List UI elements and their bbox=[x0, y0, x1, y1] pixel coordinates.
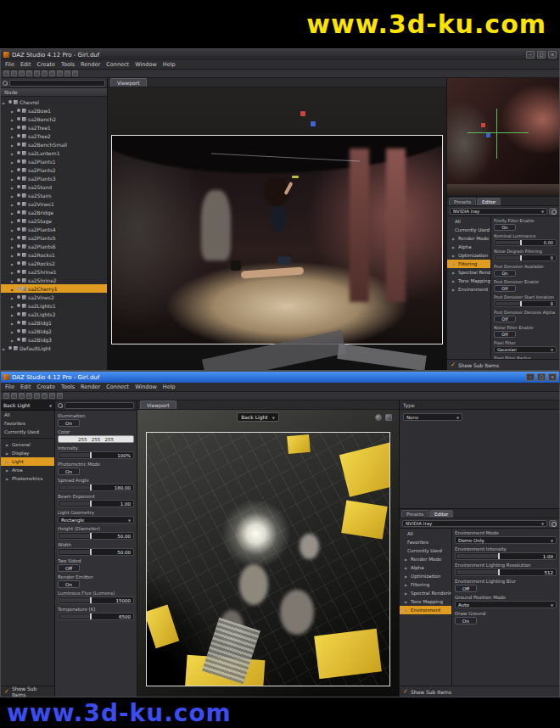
scene-filter-input[interactable] bbox=[9, 80, 105, 87]
selected-node-header[interactable]: Back Light bbox=[1, 400, 54, 411]
scene-tree-row[interactable]: sa2Tree2 bbox=[1, 132, 107, 140]
settings-group-row[interactable]: Optimization bbox=[447, 251, 490, 260]
toolbar-icon[interactable] bbox=[34, 70, 40, 76]
parameter-control[interactable]: 100% bbox=[58, 451, 134, 459]
parameter-control[interactable]: Off bbox=[455, 585, 477, 592]
settings-group-row[interactable]: Filtering bbox=[447, 260, 490, 268]
parameter-control[interactable]: 1.00 bbox=[455, 552, 557, 560]
visibility-eye-icon[interactable] bbox=[8, 100, 12, 104]
settings-tab[interactable]: Editor bbox=[477, 198, 501, 205]
visibility-eye-icon[interactable] bbox=[17, 270, 20, 273]
settings-group-row[interactable]: Environment bbox=[447, 285, 490, 294]
expand-caret-icon[interactable] bbox=[11, 235, 15, 241]
maximize-icon[interactable] bbox=[537, 51, 546, 59]
menu-item[interactable]: Connect bbox=[106, 384, 129, 390]
visibility-eye-icon[interactable] bbox=[17, 193, 20, 197]
expand-caret-icon[interactable] bbox=[11, 142, 15, 148]
toolbar-icon[interactable] bbox=[49, 70, 55, 76]
gear-icon[interactable] bbox=[549, 520, 557, 527]
parameter-control[interactable]: 180.00 bbox=[58, 484, 134, 491]
minimize-icon[interactable] bbox=[526, 373, 535, 381]
expand-caret-icon[interactable] bbox=[11, 303, 15, 309]
scene-tree-row[interactable]: sa2BenchSmall bbox=[1, 140, 107, 148]
parameter-control[interactable]: On bbox=[494, 224, 516, 231]
scene-tree-row[interactable]: sa2Bldg3 bbox=[1, 335, 107, 344]
scene-tree-row[interactable]: sa2Plants4 bbox=[1, 225, 107, 233]
filter-item[interactable]: Favorites bbox=[1, 419, 54, 428]
toolbar-icon[interactable] bbox=[3, 70, 9, 76]
parameter-control[interactable]: 50.00 bbox=[58, 532, 134, 540]
settings-group-row[interactable]: All bbox=[447, 217, 490, 226]
menu-item[interactable]: Help bbox=[163, 384, 176, 390]
scene-tree-row[interactable]: sa2Plants3 bbox=[1, 174, 107, 182]
viewport-canvas[interactable] bbox=[108, 87, 446, 370]
settings-group-row[interactable]: Alpha bbox=[447, 243, 490, 251]
parameter-control[interactable]: On bbox=[455, 617, 477, 624]
scene-tree-row[interactable]: sa2Plants1 bbox=[1, 157, 107, 165]
expand-caret-icon[interactable] bbox=[11, 210, 15, 216]
expand-caret-icon[interactable] bbox=[11, 337, 15, 343]
visibility-eye-icon[interactable] bbox=[17, 160, 20, 163]
settings-tab[interactable]: Presets bbox=[449, 198, 476, 205]
settings-group-row[interactable]: Environment bbox=[400, 606, 451, 614]
expand-caret-icon[interactable] bbox=[11, 150, 15, 156]
toolbar-icon[interactable] bbox=[42, 70, 48, 76]
menu-item[interactable]: Connect bbox=[106, 61, 129, 68]
close-icon[interactable] bbox=[548, 373, 557, 381]
menu-item[interactable]: Edit bbox=[20, 384, 31, 390]
toolbar-icon[interactable] bbox=[26, 393, 32, 399]
expand-caret-icon[interactable] bbox=[11, 218, 15, 224]
scene-tree-row[interactable]: sa2Bridge bbox=[1, 208, 107, 216]
scene-tree-row[interactable]: sa2Rocks2 bbox=[1, 259, 107, 267]
property-group-row[interactable]: General bbox=[1, 440, 54, 449]
visibility-eye-icon[interactable] bbox=[17, 134, 20, 137]
visibility-eye-icon[interactable] bbox=[17, 227, 20, 231]
parameter-control[interactable]: 512 bbox=[455, 568, 557, 576]
gear-icon[interactable] bbox=[549, 208, 557, 215]
scene-tree-row[interactable]: sa2Stage bbox=[1, 216, 107, 225]
aux-viewport[interactable] bbox=[447, 78, 559, 197]
settings-group-row[interactable]: Currently Used bbox=[447, 226, 490, 234]
visibility-eye-icon[interactable] bbox=[17, 151, 20, 154]
viewport-tab[interactable]: Viewport bbox=[110, 78, 147, 87]
menu-item[interactable]: File bbox=[5, 61, 14, 68]
expand-caret-icon[interactable] bbox=[11, 286, 15, 292]
expand-caret-icon[interactable] bbox=[11, 201, 15, 207]
property-group-row[interactable]: Area bbox=[1, 466, 54, 474]
camera-selector[interactable]: Back Light bbox=[237, 412, 279, 422]
visibility-eye-icon[interactable] bbox=[17, 219, 20, 222]
type-dropdown[interactable]: None bbox=[403, 413, 462, 421]
property-group-row[interactable]: Light bbox=[1, 457, 54, 466]
menu-item[interactable]: Render bbox=[81, 384, 100, 390]
filter-item[interactable]: Currently Used bbox=[1, 428, 54, 436]
parameter-control[interactable]: Rectangle bbox=[58, 516, 134, 524]
visibility-eye-icon[interactable] bbox=[17, 143, 20, 146]
toolbar-icon[interactable] bbox=[19, 393, 25, 399]
settings-group-row[interactable]: Render Mode bbox=[400, 555, 451, 563]
menu-item[interactable]: Edit bbox=[20, 61, 31, 68]
view-cube-icon[interactable] bbox=[385, 414, 392, 421]
settings-group-row[interactable]: Spectral Rend... bbox=[447, 268, 490, 277]
scene-tree-row[interactable]: sa2Plants6 bbox=[1, 242, 107, 250]
expand-caret-icon[interactable] bbox=[11, 260, 15, 266]
expand-caret-icon[interactable] bbox=[11, 176, 15, 182]
property-group-row[interactable]: Photometrics bbox=[1, 474, 54, 483]
titlebar[interactable]: DAZ Studio 4.12 Pro - Girl.duf bbox=[1, 372, 559, 383]
toolbar-icon[interactable] bbox=[34, 393, 40, 399]
visibility-eye-icon[interactable] bbox=[17, 168, 20, 171]
scene-tree-row[interactable]: sa2Vines2 bbox=[1, 293, 107, 301]
minimize-icon[interactable] bbox=[526, 51, 535, 59]
parameter-control[interactable]: 50.00 bbox=[58, 548, 134, 556]
expand-caret-icon[interactable] bbox=[11, 328, 15, 334]
parameter-control[interactable]: On bbox=[494, 270, 516, 277]
expand-caret-icon[interactable] bbox=[11, 108, 15, 114]
visibility-eye-icon[interactable] bbox=[17, 109, 20, 112]
visibility-eye-icon[interactable] bbox=[17, 261, 20, 265]
scene-tree-row[interactable]: sa2Bench2 bbox=[1, 115, 107, 123]
expand-caret-icon[interactable] bbox=[11, 116, 15, 122]
visibility-eye-icon[interactable] bbox=[17, 117, 20, 120]
settings-group-row[interactable]: Favorites bbox=[400, 538, 451, 546]
parameter-control[interactable]: 0 bbox=[494, 255, 557, 261]
toolbar-icon[interactable] bbox=[26, 70, 32, 76]
close-icon[interactable] bbox=[548, 51, 557, 59]
